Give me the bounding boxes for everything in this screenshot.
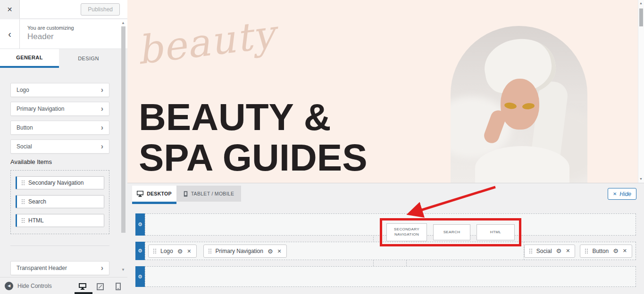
scrollbar-thumb[interactable] bbox=[121, 26, 125, 233]
add-html-button[interactable]: HTML bbox=[477, 224, 515, 240]
preview-desktop-button[interactable] bbox=[77, 281, 88, 292]
section-social[interactable]: Social › bbox=[10, 139, 109, 154]
scroll-up-icon[interactable]: ▲ bbox=[121, 21, 125, 25]
mobile-icon bbox=[184, 191, 188, 197]
scroll-down-icon[interactable]: ▼ bbox=[121, 268, 125, 272]
row-right-cell[interactable]: Social ⚙ ✕ Button ⚙ ✕ bbox=[524, 242, 636, 260]
header-builder: DESKTOP TABLET / MOBILE ✕ Hide ⚙ bbox=[127, 183, 644, 294]
widget-label: Social bbox=[536, 248, 552, 254]
drag-handle-icon bbox=[153, 249, 156, 253]
scroll-down-icon[interactable]: ▼ bbox=[639, 177, 643, 180]
available-item-secondary-navigation[interactable]: Secondary Navigation bbox=[16, 176, 104, 189]
drag-handle-icon bbox=[22, 180, 25, 185]
close-customizer-button[interactable]: ✕ bbox=[0, 0, 20, 19]
collapse-sidebar-button[interactable]: ◀ bbox=[5, 282, 13, 290]
builder-tab-label: TABLET / MOBILE bbox=[191, 191, 234, 196]
close-icon: ✕ bbox=[7, 6, 13, 13]
customizer-topbar: ✕ Published bbox=[0, 0, 127, 19]
section-logo[interactable]: Logo › bbox=[10, 83, 109, 97]
add-search-button[interactable]: SEARCH bbox=[433, 224, 470, 240]
active-device-indicator bbox=[75, 292, 92, 294]
drag-handle-icon bbox=[585, 249, 588, 253]
widget-chip-social[interactable]: Social ⚙ ✕ bbox=[524, 245, 576, 258]
widget-remove-icon[interactable]: ✕ bbox=[566, 248, 570, 254]
preview-mobile-button[interactable] bbox=[112, 281, 124, 292]
collapse-icon: ◀ bbox=[8, 284, 10, 288]
section-label: Transparent Header bbox=[17, 265, 101, 271]
widget-label: Button bbox=[592, 248, 609, 254]
section-label: Primary Navigation bbox=[17, 106, 101, 112]
highlight-annotation-box: SECONDARY NAVIGATION SEARCH HTML bbox=[380, 218, 521, 246]
panel-body: Logo › Primary Navigation › Button › Soc… bbox=[0, 68, 119, 277]
drag-handle-icon bbox=[22, 218, 25, 223]
widget-settings-icon[interactable]: ⚙ bbox=[177, 248, 183, 255]
available-item-label: HTML bbox=[28, 217, 44, 224]
tablet-icon bbox=[97, 283, 104, 290]
gear-icon: ⚙ bbox=[138, 248, 142, 254]
hide-builder-button[interactable]: ✕ Hide bbox=[608, 188, 636, 200]
active-tab-indicator bbox=[132, 202, 176, 204]
gear-icon: ⚙ bbox=[138, 221, 142, 228]
row-left-widgets: Logo ⚙ ✕ Primary Navigation ⚙ ✕ bbox=[148, 245, 287, 258]
widget-chip-logo[interactable]: Logo ⚙ ✕ bbox=[148, 245, 197, 258]
scroll-up-icon[interactable]: ▲ bbox=[639, 1, 643, 5]
available-items-dropzone: Secondary Navigation Search HTML bbox=[10, 170, 109, 234]
widget-settings-icon[interactable]: ⚙ bbox=[613, 247, 619, 254]
customizing-label: You are customizing bbox=[27, 25, 74, 31]
panel-title-block: You are customizing Header bbox=[20, 19, 74, 49]
builder-tab-desktop[interactable]: DESKTOP bbox=[132, 186, 176, 202]
hide-controls-label[interactable]: Hide Controls bbox=[17, 283, 52, 289]
builder-tab-label: DESKTOP bbox=[147, 191, 172, 196]
hero-heading-line1: BEAUTY & bbox=[139, 97, 368, 138]
widget-remove-icon[interactable]: ✕ bbox=[623, 248, 627, 254]
row-settings-button[interactable]: ⚙ bbox=[135, 266, 145, 287]
publish-area: Published bbox=[20, 3, 127, 16]
published-button[interactable]: Published bbox=[81, 3, 120, 16]
customizer-sidebar: ✕ Published ‹ You are customizing Header… bbox=[0, 0, 127, 294]
widget-remove-icon[interactable]: ✕ bbox=[277, 248, 282, 254]
chevron-right-icon: › bbox=[101, 142, 103, 151]
row-settings-button[interactable]: ⚙ bbox=[135, 213, 145, 236]
drag-handle-icon bbox=[209, 249, 211, 253]
drag-handle-icon bbox=[22, 199, 25, 204]
back-icon: ‹ bbox=[8, 29, 11, 40]
section-label: Social bbox=[17, 143, 101, 150]
gear-icon: ⚙ bbox=[138, 274, 142, 280]
add-secondary-navigation-button[interactable]: SECONDARY NAVIGATION bbox=[386, 223, 427, 241]
widget-remove-icon[interactable]: ✕ bbox=[187, 248, 191, 254]
customizer-app: ✕ Published ‹ You are customizing Header… bbox=[0, 0, 644, 294]
row-settings-button[interactable]: ⚙ bbox=[135, 242, 145, 260]
widget-settings-icon[interactable]: ⚙ bbox=[556, 247, 562, 254]
section-label: Button bbox=[17, 124, 101, 131]
widget-label: Logo bbox=[160, 248, 173, 254]
builder-tab-tablet-mobile[interactable]: TABLET / MOBILE bbox=[176, 186, 241, 202]
available-item-html[interactable]: HTML bbox=[16, 214, 104, 227]
row-drop-area[interactable] bbox=[145, 266, 636, 287]
widget-chip-button[interactable]: Button ⚙ ✕ bbox=[580, 245, 632, 258]
available-items-heading: Available Items bbox=[10, 158, 109, 165]
section-transparent-header[interactable]: Transparent Header › bbox=[10, 261, 109, 275]
widget-chip-primary-navigation[interactable]: Primary Navigation ⚙ ✕ bbox=[203, 245, 287, 258]
chevron-right-icon: › bbox=[101, 86, 103, 94]
drag-handle-icon bbox=[529, 249, 532, 253]
available-item-label: Secondary Navigation bbox=[28, 180, 84, 186]
tab-general[interactable]: GENERAL bbox=[0, 49, 59, 68]
builder-row-bottom: ⚙ bbox=[135, 266, 636, 287]
section-primary-navigation[interactable]: Primary Navigation › bbox=[10, 102, 109, 116]
chevron-right-icon: › bbox=[101, 123, 103, 132]
back-button[interactable]: ‹ bbox=[0, 19, 20, 49]
preview-scrollbar: ▲ ▼ bbox=[638, 0, 644, 183]
mobile-icon bbox=[116, 283, 121, 290]
hero-section: beauty BEAUTY & SPA GUIDES ▲ ▼ bbox=[127, 0, 644, 183]
customizer-footer: ◀ Hide Controls bbox=[0, 277, 127, 294]
preview-tablet-button[interactable] bbox=[94, 281, 106, 292]
scrollbar-thumb[interactable] bbox=[639, 8, 643, 26]
widget-label: Primary Navigation bbox=[216, 248, 263, 254]
desktop-icon bbox=[137, 191, 143, 197]
widget-settings-icon[interactable]: ⚙ bbox=[268, 248, 273, 255]
tab-design[interactable]: DESIGN bbox=[59, 49, 118, 68]
sidebar-scrollbar: ▲ ▼ bbox=[121, 21, 126, 275]
available-item-search[interactable]: Search bbox=[16, 195, 104, 208]
site-preview: beauty BEAUTY & SPA GUIDES ▲ ▼ bbox=[127, 0, 644, 294]
section-button[interactable]: Button › bbox=[10, 121, 109, 135]
